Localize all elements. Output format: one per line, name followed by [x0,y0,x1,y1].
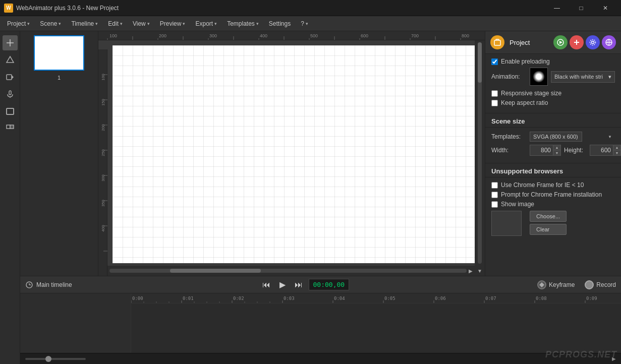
templates-select[interactable]: SVGA (800 x 600) [530,132,582,142]
svg-text:0:00: 0:00 [132,296,143,301]
audio-tool-button[interactable] [3,87,18,102]
skip-to-start-button[interactable]: ⏮ [260,279,272,291]
enable-preloading-label[interactable]: Enable preloading [501,58,550,65]
animation-value: Black with white stri [554,74,603,80]
main-timeline-label[interactable]: Main timeline [25,281,72,289]
time-display: 00:00,00 [309,279,350,290]
svg-text:0:08: 0:08 [536,296,547,301]
svg-text:500: 500 [310,33,318,38]
element-tool-button[interactable] [3,121,18,136]
image-tool-button[interactable] [3,104,18,119]
menu-templates[interactable]: Templates ▾ [222,18,264,29]
svg-point-59 [590,40,596,45]
keyframe-label: Keyframe [549,281,575,288]
play-button[interactable]: ▶ [276,279,289,291]
width-input[interactable]: 800 [530,146,553,155]
unsupported-browsers-header: Unsupported browsers [485,163,621,177]
keep-aspect-ratio-checkbox[interactable] [491,100,498,106]
scene-tool-button[interactable] [3,52,18,68]
unsupported-section: Use Chrome Frame for IE < 10 Prompt for … [485,177,621,240]
v-scrollbar-thumb[interactable] [478,42,482,83]
svg-text:200: 200 [101,124,105,131]
menu-export-label: Export [195,20,213,27]
h-scrollbar-thumb[interactable] [170,269,261,273]
width-increment-button[interactable]: ▲ [553,145,560,150]
chevron-down-icon: ▾ [95,21,98,26]
chevron-down-icon: ▾ [214,21,217,26]
zoom-slider[interactable] [25,358,86,360]
chevron-down-icon: ▾ [120,21,123,26]
maximize-button[interactable]: □ [570,0,593,16]
record-label: Record [596,281,616,288]
responsive-stage-checkbox[interactable] [491,90,498,97]
menu-timeline[interactable]: Timeline ▾ [66,18,103,29]
zoom-thumb[interactable] [45,356,51,362]
use-chrome-frame-checkbox[interactable] [491,182,498,189]
horizontal-scrollbar[interactable]: ▶ [107,266,475,276]
ruler-left: 100 150 200 250 300 350 400 [98,49,107,276]
height-label: Height: [564,147,587,154]
animation-panel-button[interactable] [553,35,568,49]
close-button[interactable]: ✕ [594,0,617,16]
menu-settings[interactable]: Settings [264,18,296,29]
minimize-button[interactable]: — [545,0,569,16]
timeline-label-text: Main timeline [36,281,72,288]
width-decrement-button[interactable]: ▼ [553,150,560,155]
show-image-row: Show image [491,201,615,208]
svg-rect-3 [7,75,12,80]
scroll-down-arrow[interactable]: ▼ [475,266,485,276]
animation-dropdown[interactable]: Black with white stri ▾ [551,71,615,83]
project-panel-button[interactable] [490,35,504,49]
svg-marker-65 [539,282,544,287]
show-image-checkbox[interactable] [491,201,498,208]
select-tool-button[interactable] [3,35,18,50]
height-input[interactable]: 600 [590,146,613,155]
prompt-chrome-frame-checkbox[interactable] [491,192,498,198]
svg-marker-55 [559,41,562,44]
scroll-right-timeline-button[interactable]: ▶ [612,356,616,361]
svg-text:150: 150 [101,99,105,106]
menu-project[interactable]: Project ▾ [2,18,35,29]
animation-label: Animation: [491,73,527,80]
upper-content: 1 [20,31,621,276]
menu-help[interactable]: ? ▾ [296,18,313,29]
clear-button[interactable]: Clear [530,224,567,235]
scene-thumbnail-container[interactable]: 1 [20,31,98,84]
skip-to-end-button[interactable]: ⏭ [293,279,305,291]
share-panel-button[interactable] [602,35,616,49]
keep-aspect-ratio-row: Keep aspect ratio [491,99,615,106]
height-decrement-button[interactable]: ▼ [613,150,620,155]
menu-view[interactable]: View ▾ [128,18,155,29]
menu-timeline-label: Timeline [71,20,94,27]
enable-preloading-checkbox[interactable] [491,58,498,65]
prompt-chrome-frame-label[interactable]: Prompt for Chrome Frame installation [501,191,602,198]
height-increment-button[interactable]: ▲ [613,145,620,150]
canvas-stage[interactable] [112,45,476,263]
keep-aspect-ratio-label[interactable]: Keep aspect ratio [501,99,548,106]
scroll-right-arrow[interactable]: ▶ [469,268,473,274]
tools-panel-button[interactable] [586,35,600,49]
responsive-stage-label[interactable]: Responsive stage size [501,90,561,97]
choose-button[interactable]: Choose... [530,211,567,222]
svg-rect-5 [9,91,11,95]
anim-thumb-preview [533,71,545,83]
svg-text:350: 350 [101,200,105,207]
record-button[interactable]: Record [585,280,616,289]
add-panel-button[interactable] [570,35,584,49]
animation-thumbnail [530,68,548,86]
chevron-down-icon: ▾ [256,21,259,26]
menu-preview[interactable]: Preview ▾ [155,18,191,29]
keyframe-button[interactable]: Keyframe [537,280,575,289]
video-tool-button[interactable] [3,70,18,85]
show-image-label[interactable]: Show image [501,201,534,208]
timeline-area: Main timeline ⏮ ▶ ⏭ 00:00,00 Keyframe [20,276,621,364]
menu-scene[interactable]: Scene ▾ [35,18,66,29]
use-chrome-frame-label[interactable]: Use Chrome Frame for IE < 10 [501,181,584,189]
vertical-scrollbar[interactable] [475,40,485,266]
menu-export[interactable]: Export ▾ [190,18,222,29]
svg-text:400: 400 [260,33,267,38]
svg-marker-2 [7,56,14,63]
svg-text:300: 300 [101,174,105,181]
svg-rect-8 [7,108,14,114]
menu-edit[interactable]: Edit ▾ [103,18,128,29]
